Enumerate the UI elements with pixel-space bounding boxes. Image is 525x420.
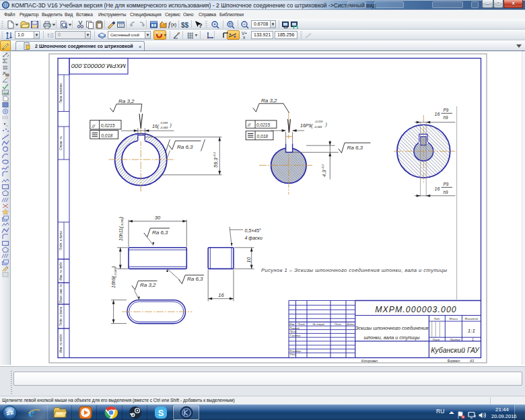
svg-text:Масштаб: Масштаб xyxy=(465,317,479,320)
svg-text:МХРМ.000003.000: МХРМ.000003.000 xyxy=(375,305,457,314)
svg-text:Разраб.: Разраб. xyxy=(289,326,300,330)
svg-text:-0,043: -0,043 xyxy=(314,125,323,129)
svg-text:Ra 6,3: Ra 6,3 xyxy=(347,145,363,151)
svg-text:Ra 3,2: Ra 3,2 xyxy=(118,98,135,104)
svg-text:0,018: 0,018 xyxy=(101,133,112,138)
svg-text:Формат: Формат xyxy=(447,359,460,363)
svg-text:$$: $$ xyxy=(181,22,189,29)
svg-text:Лист: Лист xyxy=(297,322,305,326)
svg-text:Ra 6,3: Ra 6,3 xyxy=(187,276,203,282)
svg-text:Изм.: Изм. xyxy=(289,322,295,326)
svg-text:Р9: Р9 xyxy=(444,182,449,186)
svg-text:Ra 3,2: Ra 3,2 xyxy=(261,98,277,104)
svg-text:Лит.: Лит. xyxy=(433,317,440,320)
svg-text:16Р9(: 16Р9( xyxy=(300,123,313,129)
svg-text:Кубанский ГАУ: Кубанский ГАУ xyxy=(431,346,480,354)
svg-text:Рисунок 1 – Эскизы шпоночного: Рисунок 1 – Эскизы шпоночного соединения… xyxy=(261,267,448,273)
svg-text:№ докум.: № докум. xyxy=(312,322,324,326)
svg-text:Р9: Р9 xyxy=(444,108,449,112)
svg-text:Перв. примен.: Перв. примен. xyxy=(59,83,63,104)
svg-text:0,5×45°: 0,5×45° xyxy=(245,228,262,233)
svg-text:Подп.: Подп. xyxy=(335,322,342,326)
svg-text:Ra 3,2: Ra 3,2 xyxy=(140,282,156,288)
svg-text:Ra 6,3: Ra 6,3 xyxy=(177,144,193,150)
svg-text:30: 30 xyxy=(155,215,161,221)
svg-text:10: 10 xyxy=(246,256,252,262)
svg-text:Пров.: Пров. xyxy=(289,330,297,333)
svg-text:0,0215: 0,0215 xyxy=(101,123,115,128)
svg-text:Подп. и дата: Подп. и дата xyxy=(59,306,63,326)
svg-text:Справ. №: Справ. № xyxy=(59,136,63,150)
svg-text:Листов: Листов xyxy=(449,338,460,341)
svg-text:Инв. № подл.: Инв. № подл. xyxy=(59,333,63,353)
svg-text:h9: h9 xyxy=(444,190,449,195)
svg-text:0,0215: 0,0215 xyxy=(256,123,271,127)
svg-text:Подп. и дата: Подп. и дата xyxy=(59,231,63,250)
svg-text:Инв. № дубл.: Инв. № дубл. xyxy=(59,261,63,280)
svg-text:16(: 16( xyxy=(152,124,160,129)
svg-text:шпонки, вала и ступицы: шпонки, вала и ступицы xyxy=(363,335,420,341)
svg-text:-0,018: -0,018 xyxy=(315,120,324,123)
svg-text:-0,043: -0,043 xyxy=(160,126,169,129)
svg-text:Дата: Дата xyxy=(346,322,355,326)
svg-text:Ra 6,3: Ra 6,3 xyxy=(152,230,168,236)
svg-text:Утв.: Утв. xyxy=(289,353,296,356)
svg-text:): ) xyxy=(170,123,172,128)
svg-text:S: S xyxy=(158,408,164,418)
svg-text:1:1: 1:1 xyxy=(468,328,475,334)
svg-text://: // xyxy=(92,123,96,129)
svg-text:4 фаски: 4 фаски xyxy=(245,236,262,241)
svg-text:x: x xyxy=(243,35,246,40)
svg-text:?: ? xyxy=(199,22,203,29)
svg-text://: // xyxy=(247,122,251,128)
svg-text:Лист: Лист xyxy=(432,338,440,341)
svg-text:МХРМ.000003.000: МХРМ.000003.000 xyxy=(71,63,126,70)
svg-text:0,018: 0,018 xyxy=(257,134,269,139)
svg-text:): ) xyxy=(325,122,327,127)
svg-text:16: 16 xyxy=(435,186,440,191)
svg-text:Эскизы шпоночного соединения: Эскизы шпоночного соединения xyxy=(355,325,429,331)
svg-text:16: 16 xyxy=(435,112,440,116)
svg-text:(x): (x) xyxy=(171,22,176,28)
svg-text:Масса: Масса xyxy=(450,317,458,320)
svg-text:1: 1 xyxy=(472,338,474,341)
svg-text:А3: А3 xyxy=(469,359,474,363)
svg-text:16: 16 xyxy=(218,292,224,298)
svg-text:Копировал: Копировал xyxy=(361,359,378,363)
svg-text:0,098: 0,098 xyxy=(161,121,168,125)
svg-text:Взам. инв. №: Взам. инв. № xyxy=(59,284,63,303)
svg-text:Н.контр.: Н.контр. xyxy=(289,349,302,353)
svg-text:h9: h9 xyxy=(444,115,449,120)
svg-text:Т.контр.: Т.контр. xyxy=(289,334,301,337)
